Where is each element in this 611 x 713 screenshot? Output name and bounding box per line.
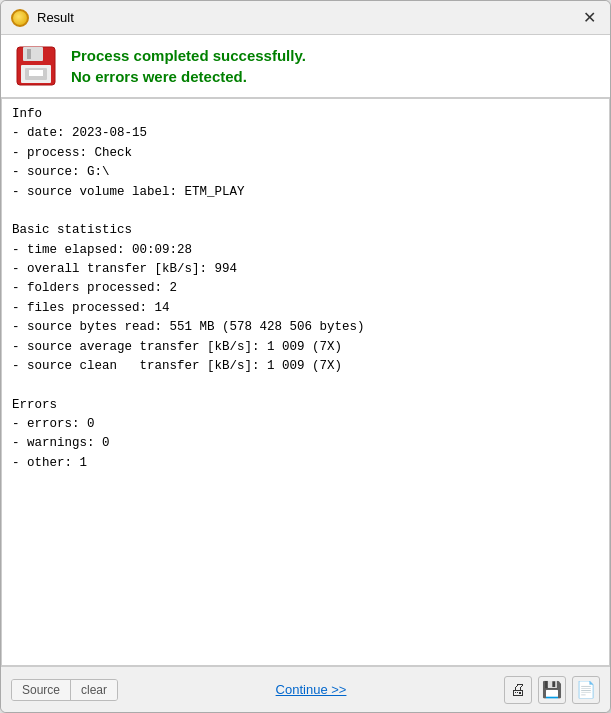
source-label: Source: [12, 680, 71, 700]
bottom-bar: Source clear Continue >> 🖨 💾 📄: [1, 666, 610, 712]
save-icon: 💾: [542, 680, 562, 699]
header-area: Process completed successfully. No error…: [1, 35, 610, 98]
continue-button[interactable]: Continue >>: [268, 678, 355, 701]
result-window: Result ✕ Process completed successfully.…: [0, 0, 611, 713]
header-message: Process completed successfully. No error…: [71, 45, 306, 87]
svg-rect-5: [29, 70, 43, 76]
result-content[interactable]: Info - date: 2023-08-15 - process: Check…: [1, 98, 610, 666]
window-title: Result: [37, 10, 578, 25]
printer-icon: 🖨: [510, 681, 526, 699]
title-bar: Result ✕: [1, 1, 610, 35]
export-icon: 📄: [576, 680, 596, 699]
success-icon: [15, 45, 57, 87]
svg-rect-2: [27, 49, 31, 59]
title-bar-icon: [11, 9, 29, 27]
toolbar-right: 🖨 💾 📄: [504, 676, 600, 704]
svg-rect-1: [23, 47, 43, 61]
print-button[interactable]: 🖨: [504, 676, 532, 704]
clear-label: clear: [71, 680, 117, 700]
export-button[interactable]: 📄: [572, 676, 600, 704]
close-button[interactable]: ✕: [578, 7, 600, 29]
source-clear-group: Source clear: [11, 679, 118, 701]
save-button[interactable]: 💾: [538, 676, 566, 704]
